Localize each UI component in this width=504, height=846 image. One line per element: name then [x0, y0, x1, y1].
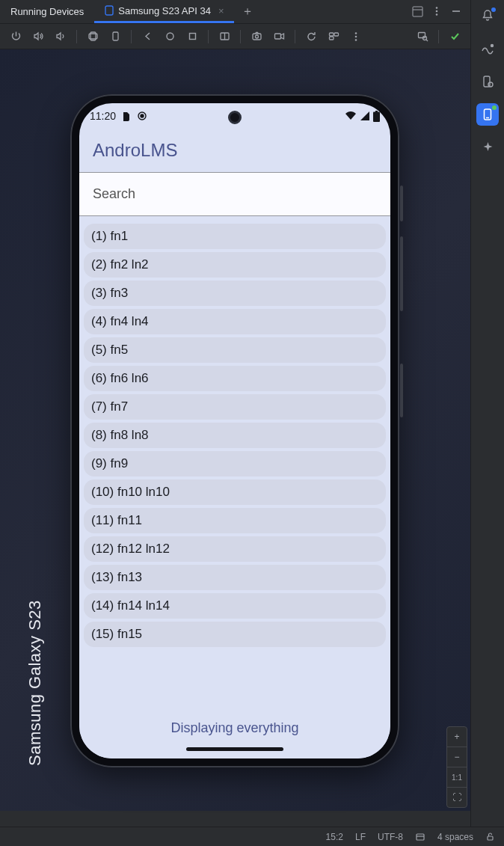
- gesture-handle[interactable]: [186, 747, 283, 751]
- list-item[interactable]: (12) fn12 ln12: [84, 536, 386, 562]
- list-item[interactable]: (11) fn11: [84, 508, 386, 533]
- svg-point-21: [355, 35, 357, 37]
- phone-side-button: [400, 236, 403, 311]
- nav-back-icon[interactable]: [138, 27, 157, 46]
- list-item[interactable]: (6) fn6 ln6: [84, 366, 386, 391]
- svg-rect-1: [413, 7, 422, 16]
- nav-home-icon[interactable]: [160, 27, 179, 46]
- more-options-icon[interactable]: [431, 6, 443, 18]
- list-item[interactable]: (2) fn2 ln2: [84, 252, 386, 278]
- status-ok-icon[interactable]: [445, 27, 464, 46]
- list-item[interactable]: (13) fn13: [84, 565, 386, 590]
- svg-rect-9: [113, 32, 118, 40]
- power-icon[interactable]: [6, 27, 25, 46]
- tool-window-tabstrip: Running Devices Samsung S23 API 34 × ＋: [0, 0, 470, 24]
- svg-rect-33: [373, 111, 380, 122]
- search-field-container: [79, 172, 390, 216]
- inspect-icon[interactable]: [413, 27, 432, 46]
- list-item[interactable]: (1) fn1: [84, 224, 386, 249]
- file-encoding[interactable]: UTF-8: [378, 832, 403, 842]
- list-item[interactable]: (15) fn15: [84, 622, 386, 647]
- more-vert-icon[interactable]: [346, 27, 366, 46]
- svg-point-32: [141, 114, 144, 117]
- phone-side-button: [400, 364, 403, 417]
- device-tab-active[interactable]: Samsung S23 API 34 ×: [94, 0, 234, 23]
- settings-extended-icon[interactable]: [324, 27, 343, 46]
- rotate-left-icon[interactable]: [83, 27, 102, 46]
- debug-icon: [137, 111, 147, 121]
- list-item[interactable]: (9) fn9: [84, 451, 386, 476]
- insights-icon[interactable]: [476, 37, 499, 60]
- indent-setting[interactable]: 4 spaces: [437, 832, 473, 842]
- svg-rect-16: [274, 34, 280, 39]
- record-icon[interactable]: [269, 27, 289, 46]
- posture-icon[interactable]: [215, 27, 234, 46]
- svg-point-20: [355, 32, 357, 34]
- svg-rect-18: [334, 33, 339, 36]
- footer-text: Displaying everything: [170, 720, 298, 736]
- caret-position[interactable]: 15:2: [326, 832, 343, 842]
- window-mode-icon[interactable]: [412, 6, 424, 18]
- svg-point-22: [355, 39, 357, 41]
- volume-down-icon[interactable]: [51, 27, 70, 46]
- svg-rect-19: [329, 37, 334, 40]
- list-item[interactable]: (8) fn8 ln8: [84, 423, 386, 448]
- tool-window-title-tab[interactable]: Running Devices: [0, 0, 94, 23]
- minimize-icon[interactable]: [451, 6, 463, 18]
- results-list[interactable]: (1) fn1(2) fn2 ln2(3) fn3(4) fn4 ln4(5) …: [79, 216, 390, 697]
- nav-overview-icon[interactable]: [182, 27, 202, 46]
- emulator-toolbar: [0, 24, 470, 49]
- svg-point-3: [436, 7, 438, 9]
- zoom-controls: + − 1:1 ⛶: [446, 726, 467, 808]
- svg-point-15: [255, 35, 258, 38]
- line-separator[interactable]: LF: [355, 832, 366, 842]
- app-title-bar: AndroLMS: [79, 129, 390, 172]
- battery-icon: [373, 111, 380, 122]
- svg-rect-0: [105, 6, 113, 15]
- list-item[interactable]: (10) fn10 ln10: [84, 479, 386, 505]
- zoom-out-button[interactable]: −: [447, 747, 467, 767]
- device-manager-icon[interactable]: [476, 70, 499, 93]
- phone-frame: 11:20 AndroLMS (1) fn1(2) fn2 ln2(3) fn3…: [70, 94, 399, 767]
- svg-rect-11: [189, 34, 195, 40]
- list-item[interactable]: (7) fn7: [84, 394, 386, 420]
- device-icon: [105, 5, 114, 16]
- svg-point-5: [436, 13, 438, 16]
- readonly-indicator-icon[interactable]: [415, 832, 425, 842]
- zoom-in-button[interactable]: +: [447, 727, 467, 747]
- svg-rect-14: [253, 34, 261, 40]
- reload-icon[interactable]: [301, 27, 321, 46]
- zoom-reset-button[interactable]: 1:1: [447, 767, 467, 787]
- list-item[interactable]: (4) fn4 ln4: [84, 309, 386, 334]
- rotate-right-icon[interactable]: [105, 27, 125, 46]
- svg-line-25: [426, 40, 428, 41]
- sim-icon: [122, 111, 131, 121]
- add-tab-button[interactable]: ＋: [234, 0, 261, 23]
- svg-rect-23: [418, 33, 425, 38]
- device-frame-label: Samsung Galaxy S23: [25, 600, 45, 766]
- svg-rect-37: [488, 836, 493, 840]
- assistant-icon[interactable]: [476, 136, 499, 159]
- phone-screen[interactable]: 11:20 AndroLMS (1) fn1(2) fn2 ln2(3) fn3…: [79, 103, 390, 758]
- right-tool-rail: [470, 0, 504, 846]
- svg-point-28: [488, 82, 493, 87]
- list-item[interactable]: (3) fn3: [84, 281, 386, 306]
- svg-rect-34: [375, 111, 378, 112]
- screenshot-icon[interactable]: [247, 27, 266, 46]
- close-tab-icon[interactable]: ×: [218, 5, 224, 16]
- zoom-fit-button[interactable]: ⛶: [447, 788, 467, 807]
- app-title: AndroLMS: [93, 140, 177, 161]
- notifications-icon[interactable]: [476, 4, 499, 27]
- volume-up-icon[interactable]: [28, 27, 48, 46]
- emulator-canvas: Samsung Galaxy S23 11:20 AndroLMS: [0, 49, 470, 811]
- phone-side-button: [400, 186, 403, 221]
- ide-status-bar: 15:2 LF UTF-8 4 spaces: [0, 827, 504, 846]
- device-tab-label: Samsung S23 API 34: [118, 5, 211, 16]
- search-input[interactable]: [79, 173, 390, 215]
- running-devices-icon[interactable]: [476, 103, 499, 126]
- wifi-icon: [345, 111, 357, 121]
- lock-icon[interactable]: [485, 832, 495, 842]
- list-item[interactable]: (14) fn14 ln14: [84, 593, 386, 619]
- list-item[interactable]: (5) fn5: [84, 337, 386, 363]
- status-clock: 11:20: [90, 110, 116, 122]
